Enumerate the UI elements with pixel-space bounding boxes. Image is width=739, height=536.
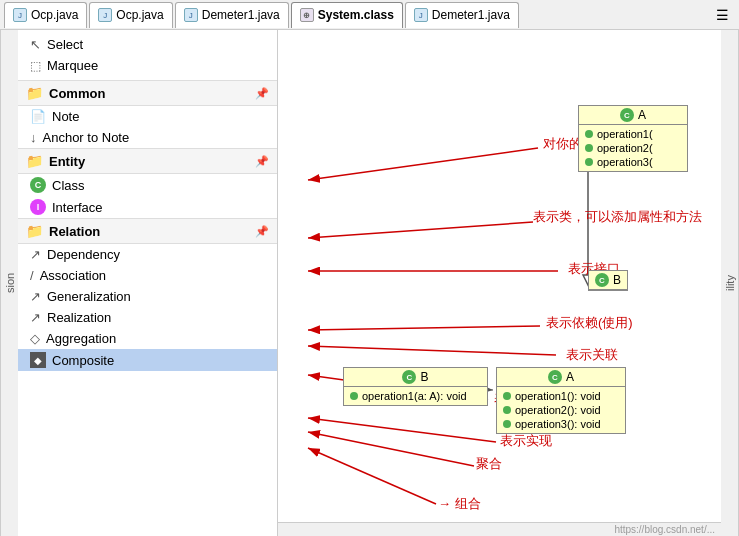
dot-3a <box>585 158 593 166</box>
select-tool[interactable]: ↖ Select <box>18 34 277 55</box>
annotation-aggregation: 聚合 <box>476 455 502 473</box>
uml-box-mid-b: C B operation1(a: A): void <box>343 367 488 406</box>
side-label-right: ility <box>721 30 739 536</box>
tab-system-class[interactable]: ⊕ System.class <box>291 2 403 28</box>
generalization-tool[interactable]: ↗ Generalization <box>18 286 277 307</box>
uml-method-mid-a2: operation2(): void <box>503 403 619 417</box>
svg-line-5 <box>308 346 556 355</box>
select-icon: ↖ <box>30 37 41 52</box>
category-common[interactable]: 📁 Common 📌 <box>18 80 277 106</box>
uml-name-mid-a: A <box>566 370 574 384</box>
pin-relation-icon: 📌 <box>255 225 269 238</box>
uml-name-mid-b: B <box>420 370 428 384</box>
side-label-left: sion <box>0 30 18 536</box>
svg-line-8 <box>308 432 474 466</box>
dependency-label: Dependency <box>47 247 120 262</box>
uml-name-top-a: A <box>638 108 646 122</box>
pin-entity-icon: 📌 <box>255 155 269 168</box>
generalization-label: Generalization <box>47 289 131 304</box>
association-icon: / <box>30 268 34 283</box>
note-tool[interactable]: 📄 Note <box>18 106 277 127</box>
entity-items: C Class I Interface <box>18 174 277 218</box>
left-panel: ↖ Select ⬚ Marquee 📁 Common 📌 📄 Note ↓ A… <box>18 30 278 536</box>
note-label: Note <box>52 109 79 124</box>
interface-icon: I <box>30 199 46 215</box>
composite-icon: ◆ <box>30 352 46 368</box>
uml-body-mid-a: operation1(): void operation2(): void op… <box>497 387 625 433</box>
tab-label-5: Demeter1.java <box>432 8 510 22</box>
realization-tool[interactable]: ↗ Realization <box>18 307 277 328</box>
uml-body-mid-b: operation1(a: A): void <box>344 387 487 405</box>
marquee-tool[interactable]: ⬚ Marquee <box>18 55 277 76</box>
tab-ocp1[interactable]: J Ocp.java <box>4 2 87 28</box>
folder-entity-icon: 📁 <box>26 153 43 169</box>
uml-box-top-b: C B <box>588 270 628 291</box>
canvas-area[interactable]: 对你的UML图进行注释 表示类，可以添加属性和方法 表示接口 表示依赖(使用) … <box>278 30 721 536</box>
bottom-url: https://blog.csdn.net/... <box>614 524 715 535</box>
association-label: Association <box>40 268 106 283</box>
uml-box-mid-a: C A operation1(): void operation2(): voi… <box>496 367 626 434</box>
common-items: 📄 Note ↓ Anchor to Note <box>18 106 277 148</box>
category-entity[interactable]: 📁 Entity 📌 <box>18 148 277 174</box>
uml-header-mid-b: C B <box>344 368 487 387</box>
select-label: Select <box>47 37 83 52</box>
dot-mid-b <box>350 392 358 400</box>
uml-icon-mid-b: C <box>402 370 416 384</box>
uml-method-3a: operation3( <box>585 155 681 169</box>
tool-section: ↖ Select ⬚ Marquee <box>18 30 277 80</box>
annotation-composite: → 组合 <box>438 495 481 513</box>
interface-tool[interactable]: I Interface <box>18 196 277 218</box>
annotation-realization: 表示实现 <box>500 432 552 450</box>
uml-header-top-a: C A <box>579 106 687 125</box>
class-icon-4: ⊕ <box>300 8 314 22</box>
main-content: sion ↖ Select ⬚ Marquee 📁 Common 📌 📄 Not… <box>0 30 739 536</box>
tab-bar: J Ocp.java J Ocp.java J Demeter1.java ⊕ … <box>0 0 739 30</box>
uml-icon-top-b: C <box>595 273 609 287</box>
uml-method-1a: operation1( <box>585 127 681 141</box>
dependency-icon: ↗ <box>30 247 41 262</box>
uml-header-mid-a: C A <box>497 368 625 387</box>
svg-line-9 <box>308 448 436 504</box>
aggregation-icon: ◇ <box>30 331 40 346</box>
dot-1a <box>585 130 593 138</box>
pin-common-icon: 📌 <box>255 87 269 100</box>
uml-method-mid-a1: operation1(): void <box>503 389 619 403</box>
svg-line-2 <box>308 222 533 238</box>
java-icon-5: J <box>414 8 428 22</box>
composite-tool[interactable]: ◆ Composite <box>18 349 277 371</box>
anchor-tool[interactable]: ↓ Anchor to Note <box>18 127 277 148</box>
anchor-label: Anchor to Note <box>43 130 130 145</box>
category-common-label: Common <box>49 86 105 101</box>
uml-body-top-a: operation1( operation2( operation3( <box>579 125 687 171</box>
marquee-label: Marquee <box>47 58 98 73</box>
uml-icon-mid-a: C <box>548 370 562 384</box>
uml-icon-top-a: C <box>620 108 634 122</box>
category-entity-label: Entity <box>49 154 85 169</box>
aggregation-label: Aggregation <box>46 331 116 346</box>
tab-demeter2[interactable]: J Demeter1.java <box>405 2 519 28</box>
svg-line-7 <box>308 418 496 442</box>
class-tool[interactable]: C Class <box>18 174 277 196</box>
dot-2a <box>585 144 593 152</box>
interface-label: Interface <box>52 200 103 215</box>
marquee-icon: ⬚ <box>30 59 41 73</box>
class-icon: C <box>30 177 46 193</box>
association-tool[interactable]: / Association <box>18 265 277 286</box>
annotation-association: 表示关联 <box>566 346 618 364</box>
bottom-bar: https://blog.csdn.net/... <box>278 522 721 536</box>
annotation-dependency: 表示依赖(使用) <box>546 314 633 332</box>
collapse-button[interactable]: ☰ <box>710 5 735 25</box>
class-label: Class <box>52 178 85 193</box>
dot-mid-a2 <box>503 406 511 414</box>
annotation-class: 表示类，可以添加属性和方法 <box>533 208 702 226</box>
tab-label-4: System.class <box>318 8 394 22</box>
category-relation[interactable]: 📁 Relation 📌 <box>18 218 277 244</box>
relation-items: ↗ Dependency / Association ↗ Generalizat… <box>18 244 277 371</box>
aggregation-tool[interactable]: ◇ Aggregation <box>18 328 277 349</box>
svg-line-1 <box>308 148 538 180</box>
svg-line-4 <box>308 326 540 330</box>
realization-label: Realization <box>47 310 111 325</box>
tab-ocp2[interactable]: J Ocp.java <box>89 2 172 28</box>
dependency-tool[interactable]: ↗ Dependency <box>18 244 277 265</box>
tab-demeter1[interactable]: J Demeter1.java <box>175 2 289 28</box>
